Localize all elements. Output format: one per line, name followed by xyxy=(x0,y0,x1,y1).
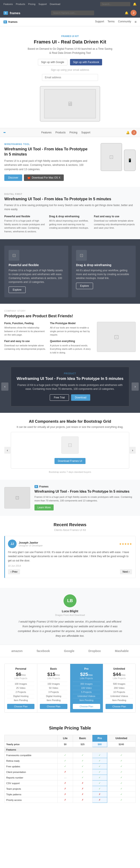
feature-dragdrop-title: Drag & drop wireframing xyxy=(49,215,91,218)
bs-download-button[interactable]: Download Frames UI xyxy=(55,458,86,464)
explore-button-2[interactable]: Explore xyxy=(76,283,93,289)
choose-unlimited-button[interactable]: Choose Plan xyxy=(106,704,133,709)
simple-pricing-section: Simple Pricing Table Lite Basic Pro Unli… xyxy=(0,719,140,809)
main-nav-links: Features Products Pricing Support xyxy=(41,131,90,134)
pricing-personal-name: Personal xyxy=(7,667,34,670)
carousel-title: Wireframing UI Tool - From Idea To Proto… xyxy=(17,376,123,381)
dark-card-dragdrop: ⊡ Drag & drop wireframing All it's about… xyxy=(72,246,136,297)
story-item-4: Question everything A picture is worth a… xyxy=(50,340,93,354)
sp-col-basic: Basic xyxy=(73,735,92,742)
site-header: fr frames 🔔 J xyxy=(0,8,140,18)
nav-products[interactable]: Products xyxy=(16,3,25,5)
carousel-left-arrow[interactable]: ‹ xyxy=(1,382,8,391)
product-carousel-section: ‹ PRODUCT Wireframing UI Tool - From Ide… xyxy=(0,360,140,413)
testimonial-text: I would highly Frames UI Kit for your we… xyxy=(16,619,124,638)
testimonial-section: LB Luca Blight Dragos From And Download … xyxy=(0,588,140,645)
nav-download[interactable]: Download xyxy=(50,3,60,5)
feature-fast: Fast and easy to use Download our websit… xyxy=(94,215,136,233)
frames-promo-image: ⊡ xyxy=(4,487,30,508)
section1-tag: WIREFRAMING TOOL xyxy=(4,143,88,146)
top-search-input[interactable] xyxy=(100,2,130,6)
frames-promo-content: fr Frames Wireframing UI Tool - From Ide… xyxy=(34,485,136,510)
bs-right-arrow[interactable]: › xyxy=(130,447,136,454)
dark-card-powerful: ⊡ Powerful and flexible Frames UI is a h… xyxy=(4,246,68,297)
section2-tag: DIGITAL FIRST xyxy=(4,193,136,195)
reviews-section: Recent Reviews Clients About Frames UI K… xyxy=(0,516,140,588)
carousel-right-arrow[interactable]: › xyxy=(132,382,139,391)
main-nav-right: 🔔 J xyxy=(126,130,137,135)
brand-amazon: amazon xyxy=(11,649,23,653)
pricing-basic: Basic $15/mo Little Projects 150 Images … xyxy=(37,664,70,712)
main-nav-support[interactable]: Support xyxy=(81,131,90,134)
free-trial-button[interactable]: Free Trial xyxy=(50,394,69,401)
main-nav-avatar[interactable]: J xyxy=(131,130,137,135)
learn-more-button[interactable]: Learn More xyxy=(34,504,54,510)
story-item-1: Form, Function, Feeling Wireframes show … xyxy=(4,322,47,337)
main-nav-products[interactable]: Products xyxy=(55,131,65,134)
header-logo-box: fr xyxy=(3,11,8,15)
digital-first-section: DIGITAL FIRST Wireframing UI Tool - From… xyxy=(0,187,140,240)
sub-nav-terms[interactable]: Terms xyxy=(108,20,115,24)
bs-left-arrow[interactable]: ‹ xyxy=(4,447,10,454)
pricing-personal: Personal $6/mo Little Projects 100 Image… xyxy=(4,664,37,712)
main-nav-pricing[interactable]: Pricing xyxy=(69,131,78,134)
hamburger-icon[interactable]: ≡ xyxy=(135,20,137,24)
main-nav-features[interactable]: Features xyxy=(41,131,52,134)
explore-button-1[interactable]: Explore xyxy=(9,286,26,293)
company-story-section: COMPANY STORY Prototypes are Product Bes… xyxy=(0,304,140,360)
sp-col-feature xyxy=(4,735,58,742)
pricing-personal-price: $6/mo xyxy=(7,672,34,677)
choose-basic-button[interactable]: Choose Plan xyxy=(40,704,67,709)
story-item-2-text: All of our tools are meant to enable a s… xyxy=(50,326,93,337)
review-prev-button[interactable]: ‹ Prev xyxy=(8,569,20,575)
review-1-text: I'm very glad I can use Frames UI Kit. I… xyxy=(8,550,132,563)
facebook-signup-button[interactable]: Sign up with Facebook xyxy=(70,59,102,65)
hero-email-input[interactable] xyxy=(42,74,98,81)
top-nav: Features Products Pricing Support Downlo… xyxy=(0,0,140,8)
header-avatar[interactable]: J xyxy=(131,10,137,16)
carousel-text: Frames UI Kit is a huge pack of high fid… xyxy=(17,383,123,391)
sp-section-features: Features xyxy=(4,747,136,752)
simple-pricing-title: Simple Pricing Table xyxy=(4,725,136,731)
sp-col-unlimited: Unlimited xyxy=(107,735,136,742)
carousel-download-button[interactable]: Download xyxy=(71,394,90,401)
testimonial-avatar: LB xyxy=(63,594,77,607)
review-1-name: Joseph Jawlor xyxy=(19,541,43,544)
feature-fast-title: Fast and easy to use xyxy=(94,215,136,218)
choose-pro-button[interactable]: Choose Plan xyxy=(73,704,100,709)
frames-promo-section: ⊡ fr Frames Wireframing UI Tool - From I… xyxy=(0,480,140,516)
sub-nav-logo-box: fr xyxy=(3,21,7,24)
story-tag: COMPANY STORY xyxy=(4,310,136,312)
download-mac-button[interactable]: 🍎 Download For Mac OS X xyxy=(24,175,64,181)
bs-carousel: ⊡ Download Frames UI xyxy=(11,432,129,468)
sp-row-updates: Free updates ✓ ✓ ✓ ✓ xyxy=(4,764,136,769)
header-bell-icon: 🔔 xyxy=(125,11,129,14)
sp-row-triple: Triple patterns ✗ ✗ ✗ ✓ xyxy=(4,792,136,797)
top-nav-links: Features Products Pricing Support Downlo… xyxy=(3,3,60,5)
sub-nav-support[interactable]: Support xyxy=(95,20,104,24)
sub-nav-community[interactable]: Community xyxy=(118,20,131,24)
story-item-2: The Prototype Model All of our tools are… xyxy=(50,322,93,337)
brand-facebook: facebook xyxy=(37,649,50,653)
sp-row-client: Client presentation ✗ ✓ ✓ ✓ xyxy=(4,769,136,775)
choose-personal-button[interactable]: Choose Plan xyxy=(7,704,34,709)
carousel-tag: PRODUCT xyxy=(17,372,123,375)
review-next-button[interactable]: Next › xyxy=(120,569,132,575)
discover-button[interactable]: Discover xyxy=(4,175,22,181)
pricing-section: Personal $6/mo Little Projects 100 Image… xyxy=(0,657,140,719)
laptop-screen: 🖥 xyxy=(44,89,96,118)
nav-pricing[interactable]: Pricing xyxy=(28,3,35,5)
sub-nav-logo-text: frames xyxy=(8,20,18,24)
reviews-title: Recent Reviews xyxy=(4,522,136,527)
sp-col-pro: Pro xyxy=(92,735,107,742)
story-item-1-title: Form, Function, Feeling xyxy=(4,322,47,325)
nav-features[interactable]: Features xyxy=(3,3,13,5)
dark-card-powerful-text: Frames UI is a huge pack of high fidelit… xyxy=(9,269,64,284)
hero-section: FRAMES UI KIT Frames UI - Real Data Driv… xyxy=(0,26,140,128)
google-signup-button[interactable]: Sign up with Google xyxy=(38,59,67,65)
dark-card-powerful-title: Powerful and flexible xyxy=(9,263,64,267)
review-1-stars: ★★★★★ xyxy=(119,542,132,546)
main-nav: Features Products Pricing Support 🔔 J xyxy=(0,128,140,137)
header-search-input[interactable] xyxy=(51,10,94,15)
nav-support[interactable]: Support xyxy=(38,3,47,5)
